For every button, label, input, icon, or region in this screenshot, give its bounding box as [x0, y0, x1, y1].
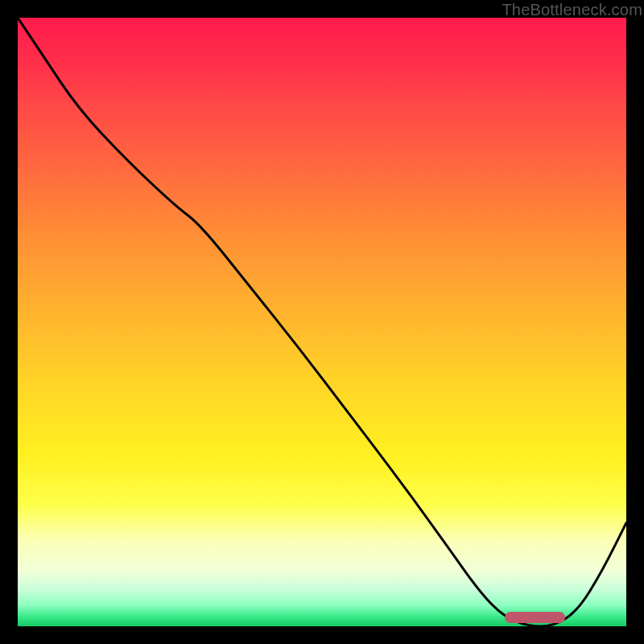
bottleneck-curve-path	[18, 18, 626, 626]
optimal-range-marker	[505, 612, 566, 623]
plot-area	[18, 18, 626, 626]
bottleneck-curve	[18, 18, 626, 626]
watermark-text: TheBottleneck.com	[502, 1, 642, 19]
chart-frame	[18, 18, 626, 626]
